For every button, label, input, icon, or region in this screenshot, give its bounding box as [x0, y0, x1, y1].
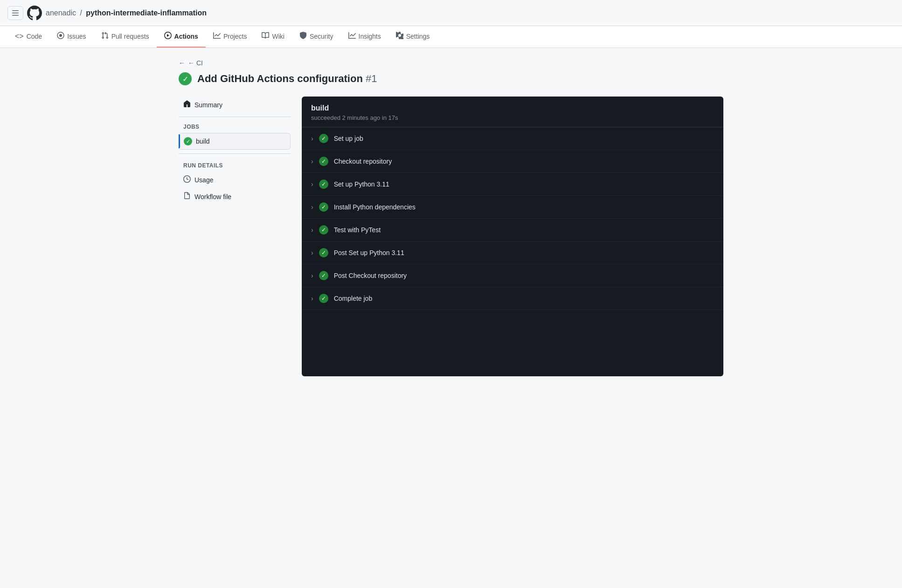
github-logo: [27, 6, 42, 21]
jobs-section-label: Jobs: [179, 121, 291, 133]
step-item[interactable]: › ✓ Checkout repository: [302, 150, 723, 173]
workflow-file-label: Workflow file: [194, 193, 231, 201]
back-link[interactable]: ← ← CI: [179, 59, 723, 67]
chevron-right-icon: ›: [311, 226, 313, 234]
top-bar-left: anenadic / python-intermediate-inflammat…: [7, 6, 895, 21]
job-active-bar: [179, 134, 180, 148]
step-success-icon: ✓: [319, 180, 328, 189]
code-icon: <>: [15, 32, 24, 41]
sidebar-usage[interactable]: Usage: [179, 172, 291, 188]
nav-code[interactable]: <> Code: [7, 27, 49, 47]
step-item[interactable]: › ✓ Set up job: [302, 127, 723, 150]
step-label: Complete job: [334, 295, 373, 302]
workflow-file-icon: [183, 192, 191, 201]
hamburger-button[interactable]: [7, 6, 23, 20]
step-success-icon: ✓: [319, 202, 328, 212]
step-success-icon: ✓: [319, 157, 328, 166]
back-link-label: ← CI: [188, 59, 203, 67]
step-success-icon: ✓: [319, 294, 328, 303]
chevron-right-icon: ›: [311, 249, 313, 256]
step-success-icon: ✓: [319, 271, 328, 280]
repo-nav: <> Code Issues Pull requests Actions Pro…: [0, 26, 902, 48]
run-details-label: Run details: [179, 159, 291, 172]
step-item[interactable]: › ✓ Complete job: [302, 287, 723, 310]
nav-insights[interactable]: Insights: [341, 26, 389, 48]
run-success-icon: ✓: [179, 72, 192, 85]
job-success-icon: ✓: [184, 137, 192, 145]
step-label: Test with PyTest: [334, 226, 381, 234]
sidebar-divider-2: [179, 153, 291, 154]
step-label: Set up job: [334, 135, 363, 142]
insights-icon: [348, 32, 356, 41]
panel-subtitle: succeeded 2 minutes ago in 17s: [311, 114, 714, 121]
chevron-right-icon: ›: [311, 158, 313, 165]
nav-wiki[interactable]: Wiki: [254, 26, 291, 48]
nav-pull-requests[interactable]: Pull requests: [94, 26, 157, 48]
steps-list: › ✓ Set up job › ✓ Checkout repository ›…: [302, 127, 723, 310]
projects-icon: [213, 32, 221, 41]
security-icon: [299, 32, 307, 41]
clock-icon: [183, 175, 191, 185]
job-name-label: build: [196, 138, 210, 145]
step-item[interactable]: › ✓ Test with PyTest: [302, 219, 723, 242]
chevron-right-icon: ›: [311, 180, 313, 188]
nav-settings[interactable]: Settings: [389, 26, 437, 48]
actions-icon: [164, 32, 172, 41]
workflow-run-title: Add GitHub Actions configuration #1: [197, 73, 377, 85]
step-success-icon: ✓: [319, 225, 328, 235]
chevron-right-icon: ›: [311, 272, 313, 279]
step-label: Post Checkout repository: [334, 272, 407, 279]
svg-point-1: [59, 34, 62, 37]
page-title-section: ✓ Add GitHub Actions configuration #1: [179, 72, 723, 85]
step-item[interactable]: › ✓ Post Checkout repository: [302, 264, 723, 287]
panel-header: build succeeded 2 minutes ago in 17s: [302, 97, 723, 127]
chevron-right-icon: ›: [311, 203, 313, 211]
sidebar-summary[interactable]: Summary: [179, 97, 291, 113]
home-icon: [183, 100, 191, 109]
top-bar: anenadic / python-intermediate-inflammat…: [0, 0, 902, 26]
step-label: Post Set up Python 3.11: [334, 249, 404, 256]
pr-icon: [101, 32, 109, 41]
step-label: Checkout repository: [334, 158, 392, 165]
sidebar-summary-label: Summary: [194, 101, 222, 109]
workflow-layout: Summary Jobs ✓ build Run details Usage: [179, 97, 723, 376]
settings-icon: [396, 32, 403, 41]
back-arrow-icon: ←: [179, 59, 185, 67]
sidebar-divider-1: [179, 117, 291, 117]
step-label: Install Python dependencies: [334, 203, 416, 211]
usage-label: Usage: [194, 176, 213, 184]
step-item[interactable]: › ✓ Set up Python 3.11: [302, 173, 723, 196]
step-item[interactable]: › ✓ Install Python dependencies: [302, 196, 723, 219]
step-label: Set up Python 3.11: [334, 180, 389, 188]
issues-icon: [57, 32, 64, 41]
nav-issues[interactable]: Issues: [49, 26, 93, 48]
step-item[interactable]: › ✓ Post Set up Python 3.11: [302, 242, 723, 264]
step-success-icon: ✓: [319, 248, 328, 257]
repo-path: anenadic / python-intermediate-inflammat…: [46, 9, 207, 17]
nav-projects[interactable]: Projects: [206, 26, 255, 48]
main-panel: build succeeded 2 minutes ago in 17s › ✓…: [302, 97, 723, 376]
sidebar-workflow-file[interactable]: Workflow file: [179, 188, 291, 205]
main-content: ← ← CI ✓ Add GitHub Actions configuratio…: [171, 48, 731, 387]
panel-title: build: [311, 104, 714, 112]
chevron-right-icon: ›: [311, 135, 313, 142]
chevron-right-icon: ›: [311, 295, 313, 302]
nav-actions[interactable]: Actions: [157, 26, 206, 48]
wiki-icon: [262, 32, 269, 41]
sidebar: Summary Jobs ✓ build Run details Usage: [179, 97, 291, 376]
sidebar-job-build[interactable]: ✓ build: [179, 133, 291, 150]
step-success-icon: ✓: [319, 134, 328, 143]
nav-security[interactable]: Security: [292, 26, 341, 48]
